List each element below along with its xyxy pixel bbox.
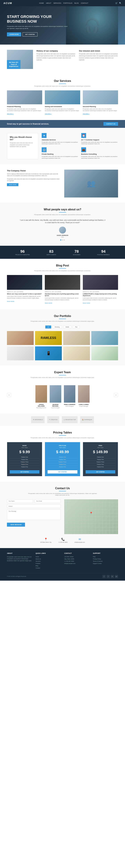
- hero-get-started-button[interactable]: GET STARTED: [23, 32, 38, 36]
- dot-1[interactable]: [60, 240, 61, 241]
- facebook-icon[interactable]: f: [102, 575, 106, 578]
- testimonial-author-role: CEO: [7, 237, 118, 238]
- nav-home[interactable]: HOME: [39, 2, 44, 4]
- blog-subtitle: Perspiciatis unde omnis iste natus error…: [7, 270, 118, 272]
- team-subtitle: Perspiciatis unde omnis iste natus error…: [7, 377, 118, 378]
- form-submit-button[interactable]: SEND MESSAGE: [7, 523, 25, 527]
- nav-services[interactable]: SERVICES: [53, 2, 61, 4]
- blog-card-1: MARCH 01, 2017 | BY ADMIN Where can I bu…: [7, 275, 42, 304]
- cart-icon[interactable]: 🛒: [115, 2, 118, 4]
- services-grid: Financial Planning Perspiciatis unde omn…: [7, 90, 118, 115]
- vision-image: 👥: [64, 169, 118, 197]
- portfolio-item-1[interactable]: [7, 331, 34, 345]
- service-link-1[interactable]: View More >: [7, 113, 14, 115]
- blog-read-more-3[interactable]: READ MORE: [83, 303, 90, 304]
- vision-read-more-button[interactable]: READ MORE: [7, 183, 18, 186]
- footer-contact-city: City, State 12345: [64, 558, 89, 560]
- team-member-3: PABLO ANDREW UI/UX Designer: [64, 385, 76, 408]
- pricing-button-2[interactable]: GET STARTED: [48, 470, 77, 473]
- why-feature-text-2: Perspiciatis unde omnis iste natus error…: [81, 142, 118, 145]
- blog-read-more-2[interactable]: READ MORE: [45, 303, 52, 304]
- contact-section: Contact Us Perspiciatis unde omnis iste …: [0, 482, 125, 548]
- footer-link-blog[interactable]: Blog: [36, 565, 61, 566]
- footer-link-contact[interactable]: Contact: [36, 567, 61, 569]
- service-link-2[interactable]: View More >: [45, 113, 51, 115]
- linkedin-icon[interactable]: in: [111, 575, 114, 578]
- blog-read-more-1[interactable]: READ MORE: [7, 301, 14, 302]
- service-link-3[interactable]: View More >: [83, 113, 90, 115]
- hero-description: Perspiciatis unde omnis iste natus error…: [7, 25, 68, 30]
- testimonial-quote: "I am in awe with this theme. Very flexi…: [19, 219, 106, 224]
- portfolio-item-5[interactable]: [7, 346, 34, 360]
- pricing-button-3[interactable]: GET STARTED: [86, 470, 115, 473]
- team-prev-button[interactable]: ‹: [7, 393, 11, 397]
- footer-link-services[interactable]: Services: [36, 560, 61, 562]
- filter-mobile-button[interactable]: Mobile: [64, 326, 72, 329]
- headphones-icon: 🎧: [83, 17, 101, 34]
- nav-logo: ACUM: [3, 2, 12, 4]
- team-member-4: CARLA JONES Project Manager: [78, 385, 90, 408]
- team-next-button[interactable]: ›: [114, 393, 118, 397]
- footer-link-privacy[interactable]: Privacy Policy: [93, 558, 118, 560]
- pricing-price-3: $ 149.99: [86, 450, 115, 454]
- pricing-tier-3: PER YEAR: [86, 447, 115, 448]
- dot-3[interactable]: [64, 240, 65, 241]
- vision-img-visual: 👥: [64, 169, 118, 197]
- why-feature-title-1: Awesome Services: [42, 139, 79, 141]
- about-history-text: Perspiciatis unde omnis iste natus error…: [37, 53, 76, 61]
- pricing-feature-3-1: Feature One: [86, 456, 115, 458]
- footer-link-portfolio[interactable]: Portfolio: [36, 563, 61, 564]
- message-textarea[interactable]: [7, 509, 61, 520]
- portfolio-item-8[interactable]: [91, 346, 118, 360]
- footer-link-faq[interactable]: FAQ: [93, 556, 118, 557]
- service-title-3: Secured Planning: [83, 106, 118, 107]
- why-feature-1: ★ Awesome Services Perspiciatis unde omn…: [42, 133, 79, 145]
- pricing-features-3: Feature One Feature Two Feature Three Fe…: [86, 456, 115, 468]
- footer-link-about[interactable]: About Us: [36, 558, 61, 560]
- pricing-section: Pricing Tables Perspiciatis unde omnis i…: [0, 426, 125, 482]
- pricing-button-1[interactable]: GET STARTED: [10, 470, 39, 473]
- subject-input[interactable]: [7, 504, 61, 508]
- footer-about-title: About: [7, 552, 32, 554]
- filter-branding-button[interactable]: Branding: [53, 326, 62, 329]
- vision-text-1: Sunt in culpa qui officia deserunt molli…: [7, 173, 61, 177]
- pricing-divider: [59, 435, 66, 436]
- email-input[interactable]: [35, 499, 61, 503]
- people-icon: 👥: [87, 179, 95, 188]
- portfolio-grid: RAWLESS 📱: [7, 331, 118, 360]
- team-name-4: CARLA JONES: [78, 404, 90, 405]
- nav-about[interactable]: ABOUT: [46, 2, 51, 4]
- nav-blog[interactable]: BLOG: [75, 2, 79, 4]
- dot-2[interactable]: [62, 240, 63, 241]
- footer-link-home[interactable]: Home: [36, 556, 61, 557]
- search-icon[interactable]: 🔍: [119, 2, 122, 4]
- service-title-1: Financial Planning: [7, 106, 42, 107]
- team-name-2: GEORGE MICHAEL: [50, 404, 61, 407]
- cta-button[interactable]: Contact Us: [103, 122, 118, 126]
- filter-plan-button[interactable]: Plan: [73, 326, 80, 329]
- google-plus-icon[interactable]: g+: [115, 575, 118, 578]
- name-input[interactable]: [7, 499, 33, 503]
- portfolio-item-4[interactable]: [91, 331, 118, 345]
- pricing-feature-1-1: Feature One: [10, 456, 39, 458]
- footer-link-support[interactable]: Support Center: [93, 563, 118, 564]
- footer-about-col: About Perspiciatis unde omnis iste natus…: [7, 552, 32, 569]
- portfolio-item-3[interactable]: [63, 331, 90, 345]
- nav-portfolio[interactable]: PORTFOLIO: [64, 2, 72, 4]
- portfolio-item-2[interactable]: RAWLESS: [35, 331, 62, 345]
- filter-all-button[interactable]: All: [45, 326, 51, 329]
- experience-badge: We have 20+ Years of Experiences: [7, 60, 20, 69]
- portfolio-item-7[interactable]: [63, 346, 90, 360]
- blog-text-2: Lorem ipsum dolor sit amet, consectetur …: [45, 297, 80, 301]
- contact-phone-text: +1 234 567 8900: [58, 541, 68, 543]
- hero-learn-more-button[interactable]: LEARN MORE: [7, 32, 21, 36]
- footer-link-terms[interactable]: Terms of Service: [93, 560, 118, 562]
- contact-form: SEND MESSAGE: [7, 499, 61, 534]
- nav-contact[interactable]: CONTACT: [81, 2, 88, 4]
- portfolio-item-6[interactable]: 📱: [35, 346, 62, 360]
- service-text-2: Perspiciatis unde omnis iste natus error…: [45, 108, 80, 112]
- team-navigation: ‹ SARAH WILLIAMS Marketing Director GEOR…: [7, 382, 118, 408]
- twitter-icon[interactable]: t: [107, 575, 110, 578]
- blog-meta-1: MARCH 01, 2017 | BY ADMIN: [7, 291, 42, 292]
- services-subtitle: Perspiciatis unde omnis iste natus error…: [7, 85, 118, 87]
